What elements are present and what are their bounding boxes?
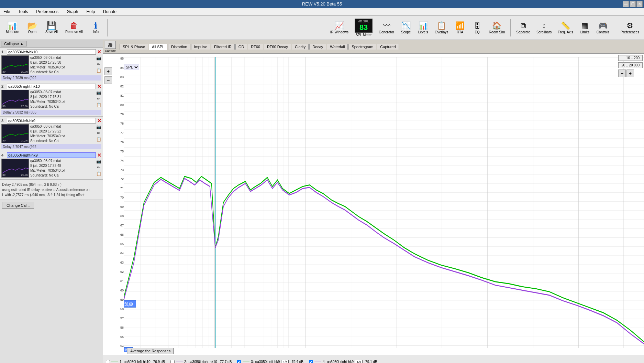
graph-zoom-in-button[interactable]: + [626,70,634,77]
meas-pencil-icon-1[interactable]: ✏ [96,62,101,67]
change-cal-button[interactable]: Change Cal... [2,202,34,209]
limits-button[interactable]: ▦ Limits [577,20,592,35]
meas-camera-icon-1[interactable]: 📷 [96,55,101,61]
maximize-button[interactable]: ❐ [630,1,636,7]
meas-name-input-2[interactable] [7,84,96,89]
legend-check-4[interactable] [309,360,313,363]
open-button[interactable]: 📂 Open [24,20,41,35]
tab-distortion[interactable]: Distortion [168,44,190,50]
main-graph[interactable]: 58,69 90.8 [124,57,644,348]
menu-preferences[interactable]: Preferences [34,9,60,15]
info-label: Info [93,30,99,34]
graph-area[interactable]: 85 84 83 82 81 80 79 78 77 76 75 74 73 7… [103,54,644,363]
meas-camera-icon-2[interactable]: 📷 [96,90,101,95]
meas-close-4[interactable]: ✕ [97,153,101,158]
freq-axis-button[interactable]: 📏 Freq. Axis [556,20,575,35]
meas-close-3[interactable]: ✕ [97,118,101,123]
legend-num-1: 1: [120,360,122,363]
legend-name-1: qa3050i-left-hk10 [124,360,150,363]
room-sim-button[interactable]: 🏠 Room Sim [487,20,507,35]
levels-button[interactable]: 📊 Levels [415,20,431,35]
meas-name-input-4[interactable] [7,152,96,158]
legend-color-4 [314,362,321,362]
legend-check-2[interactable] [170,360,175,363]
meas-close-2[interactable]: ✕ [97,84,101,89]
meas-name-input-1[interactable] [7,49,96,55]
minimize-button[interactable]: — [623,1,629,7]
meas-copy-icon-2[interactable]: 📋 [96,102,101,108]
collapse-button[interactable]: Collapse ▲ [1,41,27,46]
menu-graph[interactable]: Graph [65,9,80,15]
menu-help[interactable]: Help [84,9,97,15]
spl-meter-button[interactable]: dB SPL 83 SPL Meter [353,17,375,38]
meas-name-input-3[interactable] [7,118,96,124]
remove-all-button[interactable]: 🗑 Remove All [62,20,86,35]
tab-all-spl[interactable]: All SPL [149,44,167,50]
overlays-button[interactable]: 📋 Overlays [433,20,450,35]
tab-filtered-ir[interactable]: Filtered IR [211,44,235,50]
legend-color-1 [111,362,118,362]
tab-clarity[interactable]: Clarity [292,44,309,50]
menu-donate[interactable]: Donate [101,9,119,15]
capture-button[interactable]: 🎥 [104,41,116,49]
tab-spl-phase[interactable]: SPL & Phase [120,44,148,50]
meas-close-1[interactable]: ✕ [97,50,101,54]
menu-file[interactable]: File [1,9,12,15]
legend-value-2: 77,7 dB [220,360,232,363]
meas-copy-icon-1[interactable]: 📋 [96,68,101,73]
menu-tools[interactable]: Tools [16,9,30,15]
graph-zoom-out-button[interactable]: − [618,70,626,77]
measurement-item-2: 2 ✕ 30 20,0k qa3050i-08-07.mdat 8 juil. … [0,82,103,117]
generator-button[interactable]: 〰 Generator [377,20,396,35]
scrollbars-label: Scrollbars [536,30,552,34]
preferences-button[interactable]: ⚙ Preferences [619,20,641,35]
legend-value-4: 79,1 dB [365,360,377,363]
room-sim-label: Room Sim [489,30,505,34]
save-all-button[interactable]: 💾 Save All [42,20,61,35]
open-label: Open [28,30,36,34]
meas-pencil-icon-3[interactable]: ✏ [96,130,101,136]
separate-button[interactable]: ⧉ Separate [514,20,532,35]
legend-item-2: 2: qa3050i-right-hk10 77,7 dB [170,360,232,363]
meas-pencil-icon-4[interactable]: ✏ [96,165,101,170]
spl-dropdown-area: SPL [124,64,139,70]
tab-spectrogram[interactable]: Spectrogram [348,44,376,50]
meas-copy-icon-3[interactable]: 📋 [96,137,101,142]
controls-button[interactable]: 🎮 Controls [595,20,611,35]
tab-gd[interactable]: GD [235,44,247,50]
info-text: Delay 2,4905 ms (854 mm, 2 ft 9.63 in)us… [2,182,101,197]
tab-waterfall[interactable]: Waterfall [327,44,348,50]
close-button[interactable]: ✕ [636,1,643,7]
tab-decay[interactable]: Decay [309,44,326,50]
scope-label: Scope [401,30,411,34]
zoom-out-button[interactable]: − [104,76,112,84]
legend-check-3[interactable] [237,360,241,363]
main-area: Collapse ▲ 1 ✕ 30 20,0k qa3050i-08-07.md… [0,40,644,363]
range-btn-200[interactable]: 10 .. 200 [618,55,643,61]
spl-value: 83 [359,23,368,32]
meas-camera-icon-3[interactable]: 📷 [96,124,101,130]
meas-meta-2: qa3050i-08-07.mdat 8 juil. 2020 17:15:31… [30,90,95,109]
meas-meta-4: qa3050i-08-07.mdat 8 juil. 2020 17:32:48… [30,159,95,178]
meas-camera-icon-4[interactable]: 📷 [96,159,101,164]
tab-rt60-decay[interactable]: RT60 Decay [264,44,291,50]
info-button[interactable]: ℹ Info [87,20,104,35]
range-btn-20000[interactable]: 20 .. 20 000 [618,62,643,68]
average-button[interactable]: Average the Responses [127,348,174,354]
legend-check-1[interactable] [106,360,110,363]
measure-button[interactable]: 📊 Measure [3,20,22,35]
zoom-in-button[interactable]: + [104,67,112,75]
tab-captured[interactable]: Captured [377,44,399,50]
ir-windows-button[interactable]: 📈 IR Windows [328,20,351,35]
rta-button[interactable]: 📶 RTA [453,20,468,35]
scope-button[interactable]: 📉 Scope [398,20,413,35]
tab-rt60[interactable]: RT60 [248,44,263,50]
scrollbars-button[interactable]: ↕ Scrollbars [534,20,554,35]
meas-copy-icon-4[interactable]: 📋 [96,171,101,177]
meas-num-2: 2 [1,84,5,88]
tab-impulse[interactable]: Impulse [191,44,211,50]
eq-button[interactable]: 🎛 EQ [470,20,485,35]
meas-pencil-icon-2[interactable]: ✏ [96,96,101,102]
room-sim-icon: 🏠 [492,21,501,30]
spl-select[interactable]: SPL [124,64,139,70]
